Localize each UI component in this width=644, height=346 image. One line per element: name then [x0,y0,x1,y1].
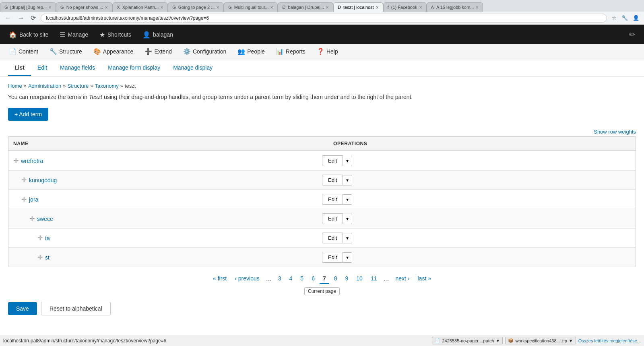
term-name-cell: ✛ st [8,248,317,267]
configuration-icon: ⚙️ [183,48,191,55]
page-tab-manage-form-display[interactable]: Manage form display [101,60,167,76]
bookmark-icon[interactable]: ☆ [610,14,618,22]
drag-handle[interactable]: ✛ [13,157,19,165]
show-row-weights-link[interactable]: Show row weights [8,129,636,135]
nav-item-extend[interactable]: ➕Extend [139,44,178,60]
page-tabs: ListEditManage fieldsManage form display… [0,60,644,76]
reload-button[interactable]: ⟳ [29,13,37,23]
page-link[interactable]: 6 [308,274,318,284]
edit-dropdown-button[interactable]: ▾ [343,214,352,224]
page-tab-manage-display[interactable]: Manage display [167,60,219,76]
browser-tab[interactable]: G[drupal] [Bug rep...✕ [0,2,56,12]
edit-dropdown-button[interactable]: ▾ [343,252,352,263]
term-link[interactable]: kunugodug [29,177,57,183]
term-link[interactable]: jora [29,196,38,203]
breadcrumb-separator: » [90,83,93,89]
page-link[interactable]: « first [210,274,230,284]
term-operations-cell: Edit ▾ [317,190,636,209]
user-profile[interactable]: 👤 [631,14,641,22]
page-link[interactable]: 9 [342,274,352,284]
nav-item-content[interactable]: 📄Content [3,44,44,60]
edit-dropdown-button[interactable]: ▾ [343,233,352,243]
nav-item-help[interactable]: ❓Help [311,44,344,60]
extensions-icon[interactable]: 🔧 [620,14,630,22]
browser-tab[interactable]: GMultilingual tour...✕ [224,2,278,12]
page-link[interactable]: 4 [286,274,296,284]
page-link[interactable]: 8 [331,274,341,284]
table-row: ✛ jora Edit ▾ [8,190,636,209]
edit-button[interactable]: Edit [322,233,343,243]
page-tab-edit[interactable]: Edit [31,60,54,76]
term-name-cell: ✛ swece [8,209,317,229]
name-column-header: NAME [8,137,317,151]
add-term-button[interactable]: + Add term [8,108,48,121]
edit-dropdown-button[interactable]: ▾ [343,175,352,185]
page-link[interactable]: 11 [367,274,380,284]
forward-button[interactable]: → [16,14,26,23]
edit-dropdown-button[interactable]: ▾ [343,156,352,166]
term-operations-cell: Edit ▾ [317,209,636,229]
browser-tab[interactable]: XXplanation Partn...✕ [112,2,168,12]
browser-icons: ☆ 🔧 👤 [610,14,641,22]
back-to-site-link[interactable]: 🏠 Back to site [3,25,54,44]
edit-button[interactable]: Edit [322,194,343,205]
page-link[interactable]: next › [392,274,413,284]
term-name-cell: ✛ wrefrotra [8,151,317,171]
drag-handle[interactable]: ✛ [29,215,35,222]
page-link[interactable]: 10 [353,274,366,284]
pagination: « first‹ previous…34567891011…next ›last… [8,274,636,284]
page-link[interactable]: 5 [297,274,307,284]
edit-button[interactable]: Edit [322,155,343,166]
nav-item-reports[interactable]: 📊Reports [270,44,311,60]
nav-item-structure[interactable]: 🔧Structure [44,44,88,60]
term-name-cell: ✛ ta [8,229,317,248]
breadcrumb-link-home[interactable]: Home [8,83,22,89]
nav-item-appearance[interactable]: 🎨Appearance [88,44,139,60]
user-link[interactable]: 👤 balagan [137,25,179,44]
reset-button[interactable]: Reset to alphabetical [41,302,111,315]
breadcrumb: Home»Administration»Structure»Taxonomy»t… [8,83,636,89]
breadcrumb-link-taxonomy[interactable]: Taxonomy [95,83,119,89]
drag-handle[interactable]: ✛ [21,196,27,203]
term-link[interactable]: ta [45,235,50,241]
address-input[interactable] [41,14,607,23]
pagination-ellipsis: … [382,274,390,284]
table-row: ✛ st Edit ▾ [8,248,636,267]
manage-link[interactable]: ☰ Manage [54,25,94,44]
term-operations-cell: Edit ▾ [317,171,636,190]
address-bar-container: ← → ⟳ ☆ 🔧 👤 [0,12,644,25]
page-tab-list[interactable]: List [8,60,31,76]
page-link[interactable]: 7 [320,274,329,284]
back-button[interactable]: ← [3,14,13,23]
save-button[interactable]: Save [8,302,37,315]
page-link[interactable]: 3 [275,274,285,284]
drag-handle[interactable]: ✛ [21,176,27,184]
drag-handle[interactable]: ✛ [37,253,43,261]
home-icon: 🏠 [9,31,17,39]
shortcuts-link[interactable]: ★ Shortcuts [94,25,137,44]
term-link[interactable]: wrefrotra [21,158,43,164]
browser-tab[interactable]: Dteszt | localhost✕ [333,2,383,12]
browser-tab[interactable]: GNo pager shows ...✕ [56,2,112,12]
edit-button[interactable]: Edit [322,252,343,263]
term-link[interactable]: st [45,254,50,261]
browser-tab[interactable]: AA 15 legjobb kom...✕ [427,2,483,12]
manage-icon: ☰ [60,31,65,39]
page-link[interactable]: ‹ previous [231,274,262,284]
term-link[interactable]: swece [37,216,53,222]
nav-item-people[interactable]: 👥People [232,44,270,60]
page-link[interactable]: last » [414,274,434,284]
edit-button[interactable]: Edit [322,175,343,185]
edit-icon[interactable]: ✏ [623,30,641,39]
nav-item-configuration[interactable]: ⚙️Configuration [178,44,232,60]
browser-tab[interactable]: Dbalagan | Drupal...✕ [278,2,333,12]
drag-handle[interactable]: ✛ [37,234,43,242]
browser-tab[interactable]: GGoing to page 2 ...✕ [168,2,224,12]
term-name-cell: ✛ jora [8,190,317,209]
page-tab-manage-fields[interactable]: Manage fields [54,60,101,76]
breadcrumb-link-administration[interactable]: Administration [28,83,61,89]
breadcrumb-link-structure[interactable]: Structure [68,83,89,89]
edit-button[interactable]: Edit [322,213,343,224]
browser-tab[interactable]: f(1) Facebook✕ [383,2,427,12]
edit-dropdown-button[interactable]: ▾ [343,194,352,205]
